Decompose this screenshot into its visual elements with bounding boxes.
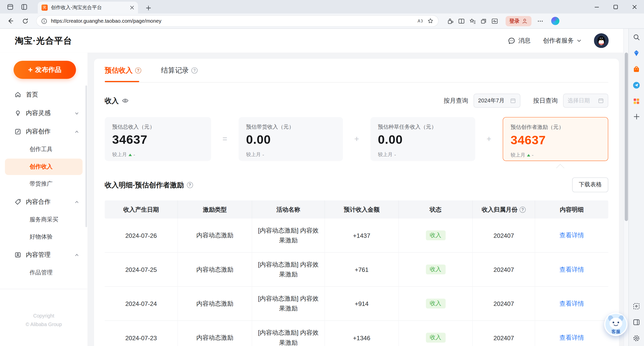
back-icon[interactable] [4,16,16,26]
sidebar-item-commerce-promotion[interactable]: 带货推广 [0,176,87,193]
sidebar-item-creation-income[interactable]: 创作收入 [5,159,83,175]
stat-card-total-income[interactable]: 预估总收入（元） 34637 较上月 - [105,117,211,161]
web-page: 淘宝·光合平台 消息 创作者服务 [0,29,624,346]
copyright-text: Copyright © Alibaba Group [0,311,87,329]
table-row: 2024-07-26 内容动态激励 [内容动态激励] 内容效果激励 +1437 … [105,219,608,253]
eye-icon[interactable] [122,97,129,104]
site-info-icon[interactable] [41,18,47,24]
chevron-up-icon [74,129,79,134]
help-icon[interactable] [187,182,193,188]
income-card: 预估收入 结算记录 收入 [94,59,619,346]
add-shortcut-icon[interactable] [633,113,640,120]
taobao-favorite-icon[interactable] [632,65,640,73]
date-picker[interactable]: 选择日期 [563,94,608,107]
avatar[interactable] [594,33,609,48]
browser-login-button[interactable]: 登录 [506,16,532,26]
stat-card-commerce-income[interactable]: 预估带货收入（元） 0.00 较上月 - [239,117,343,161]
window-maximize-button[interactable] [606,0,625,14]
address-bar[interactable]: https://creator.guanghe.taobao.com/page/… [36,15,438,27]
tab-settlement-records[interactable]: 结算记录 [161,59,198,82]
settings-gear-icon[interactable] [632,334,640,342]
sidebar-item-creation-tools[interactable]: 创作工具 [0,141,87,158]
sidebar-item-content-creation[interactable]: 内容创作 [0,122,87,141]
window-minimize-button[interactable] [587,0,606,14]
split-screen-icon[interactable] [458,17,465,24]
view-details-link[interactable]: 查看详情 [559,266,584,273]
stat-card-creator-incentive[interactable]: 预估创作者激励（元） 34637 较上月 - [503,117,608,161]
page-scrollbar[interactable] [624,29,629,346]
browser-essentials-icon[interactable] [491,17,498,24]
help-icon[interactable] [135,67,141,73]
screenshot-icon[interactable] [632,302,640,310]
table-row: 2024-07-24 内容动态激励 [内容动态激励] 内容效果激励 +914 收… [105,287,608,321]
col-header-activity: 活动名称 [252,200,325,219]
search-icon[interactable] [632,33,640,41]
help-icon[interactable] [519,206,525,212]
refresh-icon[interactable] [19,16,31,26]
stat-cards-row: 预估总收入（元） 34637 较上月 - = 预估带货收入（元） [105,117,608,161]
home-icon [14,91,21,98]
view-details-link[interactable]: 查看详情 [559,300,584,307]
lightbulb-icon [14,110,21,117]
window-close-button[interactable] [625,0,644,14]
view-details-link[interactable]: 查看详情 [559,334,584,341]
sidebar-item-service-purchase[interactable]: 服务商采买 [0,211,87,228]
shopping-icon[interactable] [632,49,640,57]
view-details-link[interactable]: 查看详情 [559,232,584,239]
browser-tab[interactable]: 光 创作收入-淘宝光合平台 [38,2,138,14]
more-menu-icon[interactable] [534,16,546,26]
download-table-button[interactable]: 下载表格 [572,178,608,192]
help-icon[interactable] [191,67,197,73]
col-header-incentive-type: 激励类型 [178,200,252,219]
tab-estimated-income[interactable]: 预估收入 [105,59,141,82]
table-row: 2024-07-23 内容动态激励 [内容动态激励] 内容效果激励 +1346 … [105,321,608,346]
sidebar-item-works-management[interactable]: 作品管理 [0,264,87,281]
publish-work-button[interactable]: 发布作品 [14,61,76,79]
vertical-tabs-icon[interactable] [18,2,31,12]
calendar-icon [598,98,604,104]
favorites-icon[interactable] [469,17,476,24]
plus-operator: + [343,117,370,161]
income-tabs: 预估收入 结算记录 [105,59,608,82]
site-logo[interactable]: 淘宝·光合平台 [15,35,72,46]
share-plane-icon[interactable] [632,81,640,89]
equals-operator: = [211,117,239,161]
new-tab-button[interactable] [142,3,155,13]
status-badge: 收入 [426,265,445,274]
col-header-status: 状态 [399,200,473,219]
collections-icon[interactable] [480,17,487,24]
workspaces-icon[interactable] [4,2,16,12]
window-controls [587,0,644,14]
sidebar-item-product-trial[interactable]: 好物体验 [0,228,87,246]
creator-services-dropdown[interactable]: 创作者服务 [543,37,581,45]
up-arrow-icon [129,153,132,156]
sidebar-item-inspiration[interactable]: 内容灵感 [0,104,87,122]
read-aloud-icon[interactable]: A [417,18,423,24]
up-arrow-icon [527,154,530,156]
apps-grid-icon[interactable] [632,97,640,105]
favorite-star-icon[interactable] [427,18,434,24]
sidebar-item-home[interactable]: 首页 [0,85,87,104]
tab-title: 创作收入-淘宝光合平台 [51,4,127,11]
plus-operator: + [475,117,503,161]
day-query-label: 按日查询 [533,97,558,105]
sidebar-scrollbar[interactable] [85,85,87,227]
status-badge: 收入 [426,299,445,308]
profile-icon [522,18,528,24]
split-view-icon[interactable] [632,318,640,326]
selected-card-caret [556,164,564,172]
stat-card-seeding-task-income[interactable]: 预估种草任务收入（元） 0.00 较上月 - [370,117,475,161]
copilot-icon[interactable] [551,17,560,25]
month-picker[interactable]: 2024年7月 [474,94,520,107]
messages-button[interactable]: 消息 [508,37,531,45]
browser-toolbar: https://creator.guanghe.taobao.com/page/… [0,14,644,29]
sidebar-item-content-management[interactable]: 内容管理 [0,246,87,264]
scrollbar-thumb[interactable] [625,52,628,221]
customer-service-widget[interactable]: 客服 [604,313,628,336]
extensions-icon[interactable] [447,17,454,24]
income-detail-table: 收入产生日期 激励类型 活动名称 预计收入金额 状态 收入归属月份 内容明细 [105,200,608,346]
col-header-content-detail: 内容明细 [535,200,608,219]
sidebar-item-content-cooperation[interactable]: 内容合作 [0,193,87,211]
chevron-up-icon [74,252,79,257]
tab-close-icon[interactable] [130,5,134,10]
